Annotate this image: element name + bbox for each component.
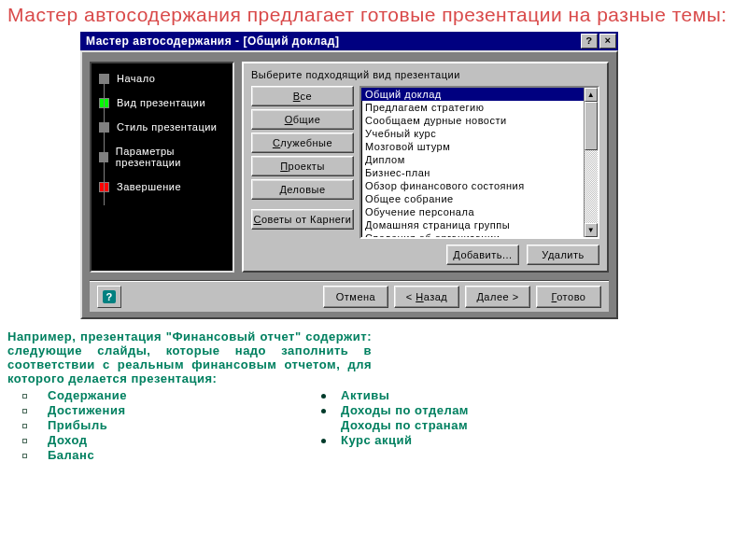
- question-icon: ?: [103, 290, 116, 303]
- remove-button[interactable]: Удалить: [527, 245, 599, 265]
- step-finish: Завершение: [99, 181, 227, 192]
- bullet-item: Прибыль: [22, 418, 312, 432]
- wizard-dialog: Мастер автосодержания - [Общий доклад] ?…: [80, 32, 618, 319]
- help-button[interactable]: ?: [581, 34, 598, 49]
- list-item[interactable]: Учебный курс: [361, 127, 584, 140]
- cat-business-button[interactable]: Деловые: [251, 179, 354, 200]
- bullet-icon: [321, 409, 326, 413]
- close-button[interactable]: ×: [599, 34, 616, 49]
- bullet-item: Курс акций: [321, 433, 469, 447]
- cat-carnegie-button[interactable]: Советы от Карнеги: [251, 209, 354, 230]
- list-item[interactable]: Обзор финансового состояния: [361, 179, 584, 192]
- bullet-icon: [22, 454, 27, 458]
- add-button[interactable]: Добавить...: [446, 245, 519, 265]
- list-item[interactable]: Диплом: [361, 153, 584, 166]
- bullet-item: Активы: [321, 388, 469, 402]
- finish-button[interactable]: Готово: [536, 286, 601, 308]
- step-style: Стиль презентации: [99, 121, 227, 133]
- list-item[interactable]: Предлагаем стратегию: [361, 101, 584, 114]
- list-item[interactable]: Сведения об организации: [361, 231, 584, 237]
- bullet-icon: [22, 394, 27, 399]
- example-paragraph: Например, презентация "Финансовый отчет"…: [7, 330, 372, 386]
- next-button[interactable]: Далее >: [465, 286, 530, 308]
- wizard-steps: Начало Вид презентации Стиль презентации…: [90, 62, 234, 273]
- cat-all-button[interactable]: Все: [251, 86, 354, 106]
- scroll-up-icon[interactable]: ▲: [585, 88, 598, 102]
- bullet-icon: [22, 424, 27, 428]
- list-item[interactable]: Бизнес-план: [361, 166, 584, 179]
- bullet-item: Доход: [22, 433, 312, 447]
- list-item[interactable]: Общий доклад: [361, 88, 584, 101]
- context-help-button[interactable]: ?: [97, 286, 121, 308]
- list-item[interactable]: Общее собрание: [361, 192, 584, 205]
- presentation-listbox[interactable]: Общий докладПредлагаем стратегиюСообщаем…: [359, 86, 599, 239]
- step-type: Вид презентации: [99, 97, 227, 108]
- list-item[interactable]: Обучение персонала: [361, 205, 584, 218]
- bullet-item: Доходы по отделам: [321, 403, 469, 417]
- list-item[interactable]: Сообщаем дурные новости: [361, 114, 584, 127]
- scroll-thumb[interactable]: [585, 102, 598, 150]
- bullet-icon: [321, 439, 326, 443]
- bullet-item: Доходы по странам: [321, 418, 469, 432]
- bullet-icon: [22, 439, 27, 443]
- category-buttons: Все Общие Служебные Проекты Деловые Сове…: [251, 86, 354, 239]
- dialog-body: Начало Вид презентации Стиль презентации…: [80, 50, 618, 319]
- bullet-item: Достижения: [22, 403, 312, 417]
- cancel-button[interactable]: Отмена: [323, 286, 388, 308]
- list-item[interactable]: Домашняя страница группы: [361, 218, 584, 231]
- cat-service-button[interactable]: Служебные: [251, 133, 354, 153]
- right-panel: Выберите подходящий вид презентации Все …: [242, 62, 609, 273]
- bullet-columns: СодержаниеДостиженияПрибыльДоходБаланс А…: [0, 388, 747, 463]
- cat-projects-button[interactable]: Проекты: [251, 156, 354, 176]
- bullet-item: Баланс: [22, 448, 312, 462]
- step-params: Параметры презентации: [99, 146, 227, 168]
- dialog-footer: ? Отмена < Назад Далее > Готово: [90, 280, 609, 312]
- cat-general-button[interactable]: Общие: [251, 109, 354, 130]
- bullet-icon: [22, 409, 27, 413]
- scrollbar[interactable]: ▲ ▼: [584, 88, 598, 237]
- back-button[interactable]: < Назад: [394, 286, 459, 308]
- bullet-icon: [321, 394, 326, 399]
- bullet-item: Содержание: [22, 388, 312, 402]
- list-item[interactable]: Мозговой штурм: [361, 140, 584, 153]
- page-heading: Мастер автосодержания предлагает готовые…: [0, 0, 738, 26]
- step-start: Начало: [99, 73, 227, 84]
- prompt-label: Выберите подходящий вид презентации: [251, 69, 599, 80]
- scroll-down-icon[interactable]: ▼: [585, 223, 598, 237]
- titlebar-text: Мастер автосодержания - [Общий доклад]: [86, 35, 339, 48]
- titlebar: Мастер автосодержания - [Общий доклад] ?…: [80, 32, 618, 50]
